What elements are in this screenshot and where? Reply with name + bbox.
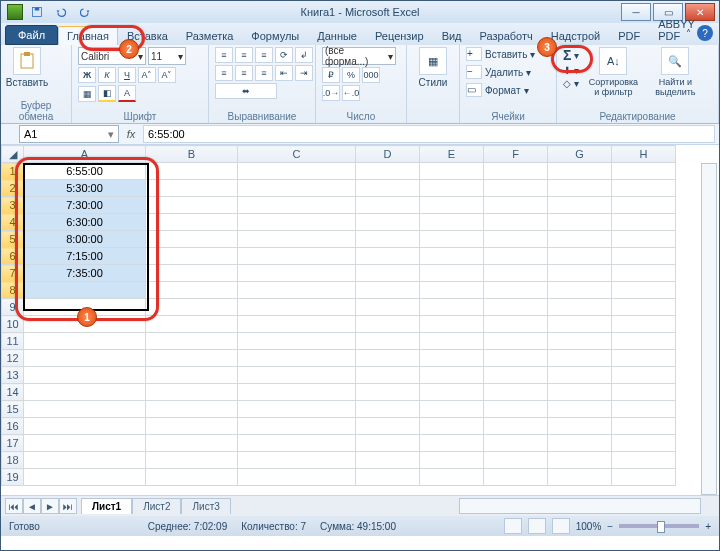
cell-E16[interactable] [420,418,484,435]
cell-B17[interactable] [146,435,238,452]
cell-E12[interactable] [420,350,484,367]
cell-A8[interactable] [24,282,146,299]
percent-button[interactable]: % [342,67,360,83]
sheet-nav-last[interactable]: ⏭ [59,498,77,514]
cell-D11[interactable] [356,333,420,350]
tab-addins[interactable]: Надстрой [542,26,609,45]
cell-G12[interactable] [548,350,612,367]
align-middle-button[interactable]: ≡ [235,47,253,63]
row-header-2[interactable]: 2 [2,180,24,197]
cell-C15[interactable] [238,401,356,418]
cell-G5[interactable] [548,231,612,248]
cell-B3[interactable] [146,197,238,214]
cell-B9[interactable] [146,299,238,316]
view-break-button[interactable] [552,518,570,534]
cell-B10[interactable] [146,316,238,333]
cell-E17[interactable] [420,435,484,452]
zoom-level[interactable]: 100% [576,521,602,532]
cell-B2[interactable] [146,180,238,197]
row-header-10[interactable]: 10 [2,316,24,333]
formula-bar[interactable]: 6:55:00 [143,125,715,143]
tab-home[interactable]: Главная [58,26,118,45]
cell-G1[interactable] [548,163,612,180]
paste-button[interactable]: Вставить [7,47,47,88]
decrease-font-button[interactable]: A˅ [158,67,176,83]
cell-C8[interactable] [238,282,356,299]
borders-button[interactable]: ▦ [78,86,96,102]
row-header-6[interactable]: 6 [2,248,24,265]
cell-A3[interactable]: 7:30:00 [24,197,146,214]
sheet-nav-first[interactable]: ⏮ [5,498,23,514]
minimize-button[interactable]: ─ [621,3,651,21]
autosum-button[interactable]: Σ▾ [563,47,579,63]
cell-C16[interactable] [238,418,356,435]
cell-F8[interactable] [484,282,548,299]
tab-view[interactable]: Вид [433,26,471,45]
col-header-F[interactable]: F [484,146,548,163]
select-all-cell[interactable]: ◢ [2,146,24,163]
sort-filter-button[interactable]: A↓ Сортировка и фильтр [585,47,641,97]
comma-style-button[interactable]: 000 [362,67,380,83]
row-header-11[interactable]: 11 [2,333,24,350]
clear-button[interactable]: ◇▾ [563,78,579,89]
cell-E18[interactable] [420,452,484,469]
file-tab[interactable]: Файл [5,25,58,45]
cell-B19[interactable] [146,469,238,486]
row-header-9[interactable]: 9 [2,299,24,316]
find-select-button[interactable]: 🔍 Найти и выделить [647,47,703,97]
cell-G3[interactable] [548,197,612,214]
cell-H8[interactable] [612,282,676,299]
row-header-3[interactable]: 3 [2,197,24,214]
align-right-button[interactable]: ≡ [255,65,273,81]
view-layout-button[interactable] [528,518,546,534]
view-normal-button[interactable] [504,518,522,534]
cell-F18[interactable] [484,452,548,469]
cell-D13[interactable] [356,367,420,384]
redo-button[interactable] [75,3,95,21]
cell-D5[interactable] [356,231,420,248]
cell-G7[interactable] [548,265,612,282]
cell-B16[interactable] [146,418,238,435]
currency-button[interactable]: ₽ [322,67,340,83]
cell-A11[interactable] [24,333,146,350]
cell-A5[interactable]: 8:00:00 [24,231,146,248]
row-header-8[interactable]: 8 [2,282,24,299]
cell-C1[interactable] [238,163,356,180]
cell-F13[interactable] [484,367,548,384]
orientation-button[interactable]: ⟳ [275,47,293,63]
cell-H17[interactable] [612,435,676,452]
cell-H14[interactable] [612,384,676,401]
cell-D10[interactable] [356,316,420,333]
cell-F19[interactable] [484,469,548,486]
cell-F6[interactable] [484,248,548,265]
cell-A7[interactable]: 7:35:00 [24,265,146,282]
undo-button[interactable] [51,3,71,21]
cell-E9[interactable] [420,299,484,316]
ribbon-minimize-icon[interactable]: ˄ [686,28,691,39]
cell-F5[interactable] [484,231,548,248]
cell-G6[interactable] [548,248,612,265]
cell-H5[interactable] [612,231,676,248]
cell-F2[interactable] [484,180,548,197]
cell-H9[interactable] [612,299,676,316]
row-header-1[interactable]: 1 [2,163,24,180]
cell-C10[interactable] [238,316,356,333]
cell-E19[interactable] [420,469,484,486]
cell-F10[interactable] [484,316,548,333]
cell-A12[interactable] [24,350,146,367]
format-cells-button[interactable]: ▭Формат▾ [466,83,529,97]
font-size-combo[interactable]: 11▾ [148,47,186,65]
font-name-combo[interactable]: Calibri▾ [78,47,146,65]
cell-A16[interactable] [24,418,146,435]
row-header-16[interactable]: 16 [2,418,24,435]
cell-B13[interactable] [146,367,238,384]
row-header-14[interactable]: 14 [2,384,24,401]
insert-cells-button[interactable]: +Вставить▾ [466,47,535,61]
cell-A1[interactable]: 6:55:00 [24,163,146,180]
cell-D15[interactable] [356,401,420,418]
cell-A6[interactable]: 7:15:00 [24,248,146,265]
cell-H18[interactable] [612,452,676,469]
cell-A19[interactable] [24,469,146,486]
decrease-decimal-button[interactable]: ←.0 [342,85,360,101]
cell-H10[interactable] [612,316,676,333]
